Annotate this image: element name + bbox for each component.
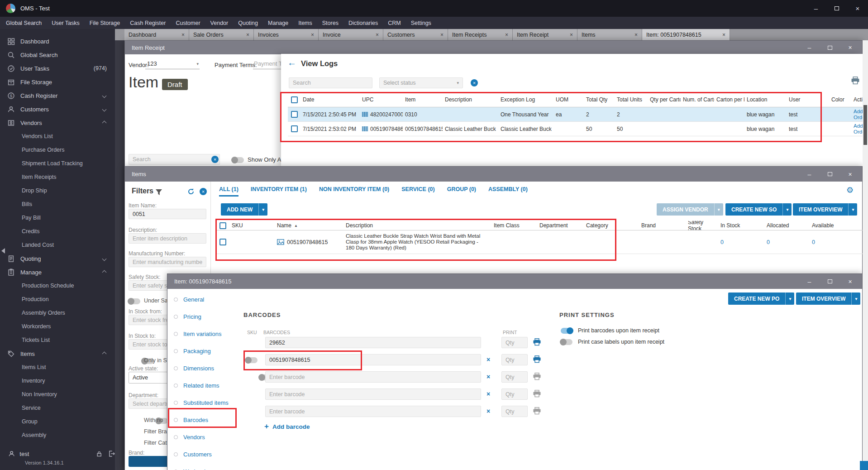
refresh-icon[interactable] xyxy=(187,188,195,195)
tab-items[interactable]: Items× xyxy=(577,29,642,40)
sidebar-item-bills[interactable]: Bills xyxy=(0,197,115,211)
remove-barcode-icon[interactable]: × xyxy=(486,356,490,363)
clear-status-icon[interactable]: × xyxy=(471,79,478,86)
minimize-button[interactable]: – xyxy=(799,274,820,289)
sidebar-item-workorders[interactable]: Workorders xyxy=(0,320,115,333)
menu-items[interactable]: Items xyxy=(293,17,317,29)
under-safety-toggle[interactable] xyxy=(129,298,140,304)
sidebar-item-purchase-orders[interactable]: Purchase Orders xyxy=(0,143,115,157)
tab-close-icon[interactable]: × xyxy=(181,32,185,38)
sidebar-item-inventory[interactable]: Inventory xyxy=(0,374,115,388)
sidebar-item-landed-cost[interactable]: Landed Cost xyxy=(0,238,115,252)
tab-group[interactable]: GROUP (0) xyxy=(447,186,476,197)
tab-item-receipt[interactable]: Item Receipt× xyxy=(513,29,577,40)
close-button[interactable]: × xyxy=(840,41,860,54)
sidebar-item-vendors[interactable]: Vendors xyxy=(0,116,115,129)
gear-icon[interactable]: ⚙ xyxy=(846,185,854,195)
tab-invoices[interactable]: Invoices× xyxy=(254,29,319,40)
menu-stores[interactable]: Stores xyxy=(317,17,343,29)
manufacturing-number-input[interactable] xyxy=(129,257,206,267)
col-name[interactable]: Name▲ xyxy=(274,221,343,230)
sidebar-item-manage[interactable]: Manage xyxy=(0,265,115,279)
create-new-so-button[interactable]: CREATE NEW SO ▾ xyxy=(725,203,792,216)
sidebar-item-pay-bill[interactable]: Pay Bill xyxy=(0,211,115,225)
tab-close-icon[interactable]: × xyxy=(722,32,725,38)
sidebar-collapse-icon[interactable] xyxy=(1,248,5,254)
sidebar-item-quoting[interactable]: Quoting xyxy=(0,252,115,265)
qty-input[interactable] xyxy=(501,406,528,417)
row-checkbox[interactable] xyxy=(291,111,298,118)
nav-workorders[interactable]: Workorders xyxy=(167,466,238,470)
sidebar-item-production[interactable]: Production xyxy=(0,293,115,306)
sidebar-item-non-inventory[interactable]: Non Inventory xyxy=(0,388,115,401)
tab-service[interactable]: SERVICE (0) xyxy=(401,186,434,197)
menu-manage[interactable]: Manage xyxy=(263,17,293,29)
cell-name[interactable]: 0051907848615 xyxy=(274,230,343,254)
barcode-input-3[interactable] xyxy=(265,388,481,400)
tab-close-icon[interactable]: × xyxy=(570,32,573,38)
tab-close-icon[interactable]: × xyxy=(634,32,638,38)
clear-filters-icon[interactable]: × xyxy=(200,188,207,195)
qty-input[interactable] xyxy=(501,371,528,383)
menu-quoting[interactable]: Quoting xyxy=(233,17,263,29)
minimize-button[interactable]: – xyxy=(806,0,826,17)
add-new-button[interactable]: ADD NEW ▾ xyxy=(221,203,267,216)
tab-close-icon[interactable]: × xyxy=(246,32,249,38)
minimize-button[interactable]: – xyxy=(799,41,820,54)
tab-item-0051907848615[interactable]: Item: 0051907848615× xyxy=(642,29,730,40)
close-button[interactable]: × xyxy=(840,274,860,289)
select-all-checkbox[interactable] xyxy=(291,96,298,103)
lock-icon[interactable] xyxy=(96,451,102,457)
menu-dictionaries[interactable]: Dictionaries xyxy=(343,17,383,29)
nav-related-items[interactable]: Related items xyxy=(167,380,238,390)
tab-customers[interactable]: Customers× xyxy=(383,29,448,40)
cell-available[interactable]: 0 xyxy=(809,230,863,254)
print-barcode-icon[interactable] xyxy=(533,390,541,399)
maximize-button[interactable] xyxy=(826,0,847,17)
description-input[interactable] xyxy=(129,233,206,244)
close-button[interactable]: × xyxy=(840,167,860,182)
sidebar-item-file-storage[interactable]: File Storage xyxy=(0,75,115,89)
close-button[interactable]: × xyxy=(847,0,868,17)
sidebar-item-items-list[interactable]: Items List xyxy=(0,360,115,374)
barcode-default-toggle[interactable] xyxy=(246,357,258,363)
menu-user-tasks[interactable]: User Tasks xyxy=(47,17,85,29)
tab-inventory-item[interactable]: INVENTORY ITEM (1) xyxy=(251,186,307,197)
menu-customer[interactable]: Customer xyxy=(171,17,205,29)
print-barcode-icon[interactable] xyxy=(533,338,541,348)
sidebar-item-shipment-load-tracking[interactable]: Shipment Load Tracking xyxy=(0,157,115,170)
menu-crm[interactable]: CRM xyxy=(383,17,405,29)
sidebar-item-assembly[interactable]: Assembly xyxy=(0,428,115,442)
nav-item-variations[interactable]: Item variations xyxy=(167,329,238,339)
show-only-toggle[interactable] xyxy=(232,157,244,163)
add-barcode-link[interactable]: + Add barcode xyxy=(264,422,310,431)
barcode-input-2[interactable] xyxy=(265,371,481,383)
nav-dimensions[interactable]: Dimensions xyxy=(167,363,238,373)
create-new-po-dropdown[interactable]: ▾ xyxy=(785,293,794,305)
sidebar-item-drop-ship[interactable]: Drop Ship xyxy=(0,184,115,197)
create-new-po-button[interactable]: CREATE NEW PO ▾ xyxy=(728,293,794,305)
menu-global-search[interactable]: Global Search xyxy=(1,17,47,29)
tab-assembly[interactable]: ASSEMBLY (0) xyxy=(488,186,528,197)
nav-general[interactable]: General xyxy=(167,294,238,304)
print-case-labels-toggle[interactable] xyxy=(561,339,572,345)
sidebar-item-assembly-orders[interactable]: Assembly Orders xyxy=(0,306,115,320)
back-arrow-icon[interactable]: ← xyxy=(287,58,296,68)
log-row-1[interactable]: 7/15/2021 2:50:45 PM 48200247000 0310 On… xyxy=(288,107,863,122)
tab-close-icon[interactable]: × xyxy=(311,32,314,38)
barcode-input-4[interactable] xyxy=(265,406,481,417)
item-overview-button[interactable]: ITEM OVERVIEW ▾ xyxy=(793,203,857,216)
item-overview-button[interactable]: ITEM OVERVIEW ▾ xyxy=(796,293,860,305)
sidebar-item-items[interactable]: Items xyxy=(0,347,115,360)
print-barcode-icon[interactable] xyxy=(533,373,541,382)
clear-search-icon[interactable]: × xyxy=(211,156,219,163)
maximize-button[interactable] xyxy=(820,167,840,182)
nav-vendors[interactable]: Vendors xyxy=(167,432,238,442)
menu-settings[interactable]: Settings xyxy=(406,17,436,29)
row-checkbox[interactable] xyxy=(291,125,298,132)
items-table-row[interactable]: 0051907848615 Classic Leather Buckle Str… xyxy=(216,230,863,254)
item-name-input[interactable] xyxy=(129,209,206,219)
item-overview-dropdown[interactable]: ▾ xyxy=(851,293,860,305)
cell-allocated[interactable]: 0 xyxy=(764,230,809,254)
sidebar-item-customers[interactable]: Customers xyxy=(0,102,115,116)
